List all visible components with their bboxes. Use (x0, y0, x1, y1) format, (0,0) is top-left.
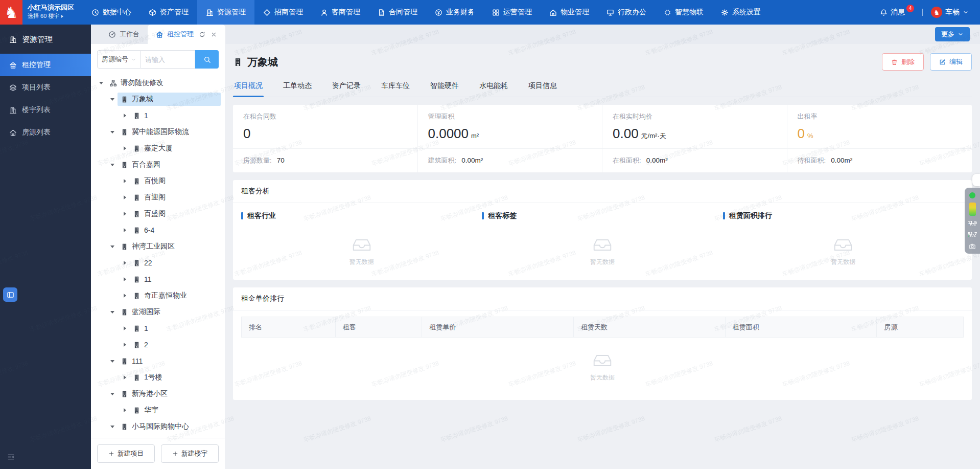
nav-item-investment[interactable]: 招商管理 (254, 0, 312, 25)
camera-icon[interactable] (969, 243, 976, 250)
tree-node-building[interactable]: 百悦阁 (91, 173, 225, 189)
cube-icon (149, 9, 156, 16)
caret-right-icon[interactable] (120, 326, 130, 330)
more-button[interactable]: 更多 (935, 27, 970, 41)
nav-item-asset[interactable]: 资产管理 (140, 0, 197, 25)
building-solid-icon (133, 227, 141, 234)
caret-right-icon[interactable] (120, 195, 130, 199)
net-monitor-widget[interactable]: 11.5 ↑K/s 51.7 ↓K/s (965, 174, 980, 254)
caret-down-icon[interactable] (107, 311, 118, 314)
tree-node-building[interactable]: 1 (91, 107, 225, 124)
sidebar-item-project-list[interactable]: 项目列表 (0, 76, 91, 99)
caret-down-icon[interactable] (107, 131, 118, 133)
caret-right-icon[interactable] (120, 261, 130, 265)
nav-item-data-center[interactable]: 数据中心 (83, 0, 140, 25)
caret-down-icon[interactable] (107, 98, 118, 101)
speed-unit: K/s (970, 222, 976, 227)
panel-toggle-button[interactable] (3, 287, 17, 302)
page-tab-rent-control[interactable]: 租控管理 (148, 25, 225, 44)
stat-value-row: 0.0000m² (428, 126, 592, 142)
tree-node-project[interactable]: 神湾工业园区 (91, 238, 225, 255)
delete-button[interactable]: 删除 (882, 53, 924, 71)
caret-right-icon[interactable] (120, 294, 130, 298)
detail-tab-utility[interactable]: 水电能耗 (478, 75, 509, 97)
nav-item-operations[interactable]: 运营管理 (483, 0, 541, 25)
stat-cell: 在租合同数0 (233, 105, 418, 148)
caret-right-icon[interactable] (120, 179, 130, 183)
detail-tab-info[interactable]: 项目信息 (527, 75, 558, 97)
tree-node-project[interactable]: 百合嘉园 (91, 157, 225, 173)
nav-item-resource[interactable]: 资源管理 (197, 0, 254, 25)
detail-tab-asset-record[interactable]: 资产记录 (331, 75, 362, 97)
detail-tab-overview[interactable]: 项目概况 (233, 75, 264, 97)
tree-node-building[interactable]: 2 (91, 337, 225, 353)
caret-right-icon[interactable] (120, 114, 130, 118)
page-tab-workbench[interactable]: 工作台 (100, 25, 148, 44)
tree-node-building[interactable]: 6-4 (91, 222, 225, 238)
caret-down-icon[interactable] (107, 164, 118, 166)
nav-item-iot[interactable]: 智慧物联 (655, 0, 712, 25)
building-icon (206, 9, 214, 16)
search-input[interactable] (141, 50, 195, 69)
nav-item-property[interactable]: 物业管理 (541, 0, 598, 25)
caret-right-icon[interactable] (120, 408, 130, 412)
tree-node-label: 神湾工业园区 (132, 242, 175, 251)
caret-right-icon[interactable] (120, 343, 130, 347)
detail-tab-garage[interactable]: 车库车位 (380, 75, 411, 97)
refresh-icon[interactable] (199, 31, 205, 38)
stat-value: 0 (798, 126, 805, 142)
tree-node-building[interactable]: 1号楼 (91, 369, 225, 386)
nav-item-merchant[interactable]: 客商管理 (312, 0, 369, 25)
tree-node-project[interactable]: 新海港小区 (91, 386, 225, 402)
tree-node-project[interactable]: 小马国际购物中心 (91, 418, 225, 435)
tree-node-building[interactable]: 奇正嘉恒物业 (91, 287, 225, 304)
tree-node-building[interactable]: 百盛阁 (91, 206, 225, 222)
close-icon[interactable] (211, 31, 217, 38)
detail-tab-hardware[interactable]: 智能硬件 (429, 75, 460, 97)
user-menu[interactable]: ♞ 车畅 (931, 7, 969, 18)
tree-node-project[interactable]: 冀中能源国际物流 (91, 124, 225, 140)
nav-item-settings[interactable]: 系统设置 (712, 0, 769, 25)
widget-handle[interactable] (972, 174, 980, 186)
tree-node-project[interactable]: 万象城 (91, 91, 225, 107)
messages-button[interactable]: 消息 4 (880, 8, 914, 17)
tree-node-project[interactable]: 111 (91, 353, 225, 369)
park-brand[interactable]: 小红马演示园区 选择 60 楼宇 (22, 0, 83, 25)
tree-node-label: 华宇 (144, 406, 158, 415)
park-selector-label[interactable]: 选择 60 楼宇 (28, 12, 59, 20)
sidebar-item-room-list[interactable]: 房源列表 (0, 121, 91, 144)
nav-item-admin-office[interactable]: 行政办公 (598, 0, 655, 25)
nav-item-contract[interactable]: 合同管理 (369, 0, 426, 25)
sidebar-item-rent-control[interactable]: 租控管理 (0, 54, 91, 76)
tree-node-building[interactable]: 百迎阁 (91, 189, 225, 206)
detail-tab-work-order[interactable]: 工单动态 (282, 75, 313, 97)
caret-right-icon[interactable] (120, 375, 130, 379)
caret-down-icon[interactable] (107, 426, 118, 428)
nav-item-finance[interactable]: 业务财务 (426, 0, 483, 25)
new-project-button[interactable]: 新建项目 (97, 444, 155, 463)
stat-label: 管理面积 (428, 112, 592, 121)
tree-node-project[interactable]: 蓝湖国际 (91, 304, 225, 320)
caret-right-icon[interactable] (120, 277, 130, 281)
caret-right-icon[interactable] (120, 228, 130, 232)
search-type-select[interactable]: 房源编号 (97, 50, 141, 69)
caret-down-icon[interactable] (107, 360, 118, 363)
tree-node-root[interactable]: 请勿随便修改 (91, 75, 225, 91)
caret-right-icon[interactable] (120, 212, 130, 216)
stat-cell: 待租面积:0.00m² (787, 148, 972, 172)
tree-node-building[interactable]: 22 (91, 255, 225, 271)
new-building-button[interactable]: 新建楼宇 (161, 444, 219, 463)
caret-down-icon[interactable] (96, 82, 106, 84)
sidebar-item-building-list[interactable]: 楼宇列表 (0, 99, 91, 121)
tree-node-building[interactable]: 11 (91, 271, 225, 287)
caret-down-icon[interactable] (107, 393, 118, 395)
edit-button[interactable]: 编辑 (930, 53, 972, 71)
tree-node-building[interactable]: 华宇 (91, 402, 225, 418)
sidebar-collapse-button[interactable] (7, 453, 15, 463)
tree-node-building[interactable]: 1 (91, 320, 225, 337)
tree-node-building[interactable]: 嘉定大厦 (91, 140, 225, 157)
tree-node-label: 2 (144, 341, 148, 349)
search-button[interactable] (195, 50, 219, 69)
caret-down-icon[interactable] (107, 245, 118, 248)
caret-right-icon[interactable] (120, 146, 130, 150)
